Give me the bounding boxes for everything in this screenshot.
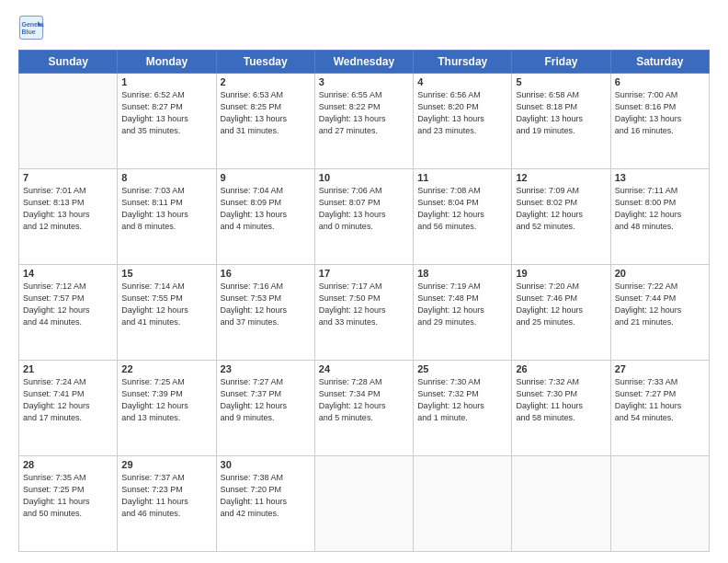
calendar-cell	[610, 456, 709, 552]
day-number: 2	[221, 76, 311, 87]
header: General Blue	[18, 15, 710, 40]
calendar-cell: 13Sunrise: 7:11 AM Sunset: 8:00 PM Dayli…	[610, 169, 709, 265]
day-number: 14	[23, 268, 113, 279]
day-number: 25	[417, 363, 507, 374]
day-number: 23	[221, 363, 311, 374]
day-number: 22	[121, 363, 211, 374]
day-info: Sunrise: 7:11 AM Sunset: 8:00 PM Dayligh…	[615, 185, 705, 233]
calendar-cell	[19, 74, 118, 169]
week-row-3: 14Sunrise: 7:12 AM Sunset: 7:57 PM Dayli…	[19, 265, 710, 361]
svg-rect-0	[19, 16, 42, 39]
calendar-cell: 10Sunrise: 7:06 AM Sunset: 8:07 PM Dayli…	[314, 169, 413, 265]
day-info: Sunrise: 7:35 AM Sunset: 7:25 PM Dayligh…	[23, 472, 113, 520]
calendar-cell: 24Sunrise: 7:28 AM Sunset: 7:34 PM Dayli…	[314, 361, 413, 456]
day-info: Sunrise: 6:53 AM Sunset: 8:25 PM Dayligh…	[221, 89, 311, 137]
day-info: Sunrise: 7:01 AM Sunset: 8:13 PM Dayligh…	[23, 185, 113, 233]
calendar-cell	[512, 456, 610, 552]
day-number: 17	[319, 268, 409, 279]
day-info: Sunrise: 7:28 AM Sunset: 7:34 PM Dayligh…	[319, 376, 409, 424]
day-number: 18	[417, 268, 507, 279]
weekday-header-row: SundayMondayTuesdayWednesdayThursdayFrid…	[19, 51, 710, 74]
weekday-header-monday: Monday	[118, 51, 216, 74]
calendar-cell: 17Sunrise: 7:17 AM Sunset: 7:50 PM Dayli…	[314, 265, 413, 361]
day-number: 16	[221, 268, 311, 279]
weekday-header-sunday: Sunday	[19, 51, 118, 74]
day-number: 26	[516, 363, 606, 374]
weekday-header-wednesday: Wednesday	[314, 51, 413, 74]
day-info: Sunrise: 7:32 AM Sunset: 7:30 PM Dayligh…	[516, 376, 606, 424]
calendar-cell: 2Sunrise: 6:53 AM Sunset: 8:25 PM Daylig…	[216, 74, 314, 169]
logo: General Blue	[18, 15, 44, 40]
day-number: 21	[23, 363, 113, 374]
page: General Blue SundayMondayTuesdayWednesda…	[0, 0, 728, 563]
calendar-cell: 25Sunrise: 7:30 AM Sunset: 7:32 PM Dayli…	[414, 361, 512, 456]
calendar-cell: 20Sunrise: 7:22 AM Sunset: 7:44 PM Dayli…	[610, 265, 709, 361]
day-number: 15	[121, 268, 211, 279]
day-info: Sunrise: 7:24 AM Sunset: 7:41 PM Dayligh…	[23, 376, 113, 424]
calendar-cell: 3Sunrise: 6:55 AM Sunset: 8:22 PM Daylig…	[314, 74, 413, 169]
calendar-cell	[414, 456, 512, 552]
day-number: 4	[417, 76, 507, 87]
day-info: Sunrise: 6:58 AM Sunset: 8:18 PM Dayligh…	[516, 89, 606, 137]
day-info: Sunrise: 7:30 AM Sunset: 7:32 PM Dayligh…	[417, 376, 507, 424]
day-number: 6	[615, 76, 705, 87]
day-number: 30	[221, 459, 311, 470]
calendar-cell: 16Sunrise: 7:16 AM Sunset: 7:53 PM Dayli…	[216, 265, 314, 361]
day-info: Sunrise: 7:19 AM Sunset: 7:48 PM Dayligh…	[417, 281, 507, 328]
calendar-cell: 5Sunrise: 6:58 AM Sunset: 8:18 PM Daylig…	[512, 74, 610, 169]
calendar-cell: 30Sunrise: 7:38 AM Sunset: 7:20 PM Dayli…	[216, 456, 314, 552]
calendar-cell: 22Sunrise: 7:25 AM Sunset: 7:39 PM Dayli…	[118, 361, 216, 456]
day-number: 19	[516, 268, 606, 279]
calendar-cell	[314, 456, 413, 552]
calendar-cell: 14Sunrise: 7:12 AM Sunset: 7:57 PM Dayli…	[19, 265, 118, 361]
day-number: 12	[516, 172, 606, 183]
day-info: Sunrise: 7:27 AM Sunset: 7:37 PM Dayligh…	[221, 376, 311, 424]
calendar-cell: 12Sunrise: 7:09 AM Sunset: 8:02 PM Dayli…	[512, 169, 610, 265]
day-number: 29	[121, 459, 211, 470]
day-number: 10	[319, 172, 409, 183]
day-info: Sunrise: 7:37 AM Sunset: 7:23 PM Dayligh…	[121, 472, 211, 520]
week-row-1: 1Sunrise: 6:52 AM Sunset: 8:27 PM Daylig…	[19, 74, 710, 169]
day-number: 9	[221, 172, 311, 183]
calendar-cell: 27Sunrise: 7:33 AM Sunset: 7:27 PM Dayli…	[610, 361, 709, 456]
day-number: 13	[615, 172, 705, 183]
day-number: 7	[23, 172, 113, 183]
calendar-cell: 8Sunrise: 7:03 AM Sunset: 8:11 PM Daylig…	[118, 169, 216, 265]
day-number: 11	[417, 172, 507, 183]
calendar-cell: 23Sunrise: 7:27 AM Sunset: 7:37 PM Dayli…	[216, 361, 314, 456]
day-number: 5	[516, 76, 606, 87]
calendar-cell: 11Sunrise: 7:08 AM Sunset: 8:04 PM Dayli…	[414, 169, 512, 265]
day-number: 8	[121, 172, 211, 183]
week-row-2: 7Sunrise: 7:01 AM Sunset: 8:13 PM Daylig…	[19, 169, 710, 265]
day-number: 3	[319, 76, 409, 87]
day-number: 24	[319, 363, 409, 374]
day-number: 1	[121, 76, 211, 87]
calendar-cell: 7Sunrise: 7:01 AM Sunset: 8:13 PM Daylig…	[19, 169, 118, 265]
day-info: Sunrise: 7:08 AM Sunset: 8:04 PM Dayligh…	[417, 185, 507, 233]
weekday-header-thursday: Thursday	[414, 51, 512, 74]
day-number: 28	[23, 459, 113, 470]
day-info: Sunrise: 7:06 AM Sunset: 8:07 PM Dayligh…	[319, 185, 409, 233]
calendar-cell: 15Sunrise: 7:14 AM Sunset: 7:55 PM Dayli…	[118, 265, 216, 361]
calendar-cell: 9Sunrise: 7:04 AM Sunset: 8:09 PM Daylig…	[216, 169, 314, 265]
calendar-cell: 1Sunrise: 6:52 AM Sunset: 8:27 PM Daylig…	[118, 74, 216, 169]
day-info: Sunrise: 7:17 AM Sunset: 7:50 PM Dayligh…	[319, 281, 409, 328]
calendar-cell: 29Sunrise: 7:37 AM Sunset: 7:23 PM Dayli…	[118, 456, 216, 552]
calendar-cell: 4Sunrise: 6:56 AM Sunset: 8:20 PM Daylig…	[414, 74, 512, 169]
day-info: Sunrise: 7:04 AM Sunset: 8:09 PM Dayligh…	[221, 185, 311, 233]
svg-text:Blue: Blue	[22, 29, 36, 35]
calendar-cell: 26Sunrise: 7:32 AM Sunset: 7:30 PM Dayli…	[512, 361, 610, 456]
day-info: Sunrise: 7:09 AM Sunset: 8:02 PM Dayligh…	[516, 185, 606, 233]
day-info: Sunrise: 7:03 AM Sunset: 8:11 PM Dayligh…	[121, 185, 211, 233]
day-info: Sunrise: 7:00 AM Sunset: 8:16 PM Dayligh…	[615, 89, 705, 137]
calendar-cell: 19Sunrise: 7:20 AM Sunset: 7:46 PM Dayli…	[512, 265, 610, 361]
day-number: 20	[615, 268, 705, 279]
calendar-cell: 21Sunrise: 7:24 AM Sunset: 7:41 PM Dayli…	[19, 361, 118, 456]
logo-icon: General Blue	[18, 15, 44, 40]
day-info: Sunrise: 7:14 AM Sunset: 7:55 PM Dayligh…	[121, 281, 211, 328]
weekday-header-saturday: Saturday	[610, 51, 709, 74]
day-info: Sunrise: 7:12 AM Sunset: 7:57 PM Dayligh…	[23, 281, 113, 328]
weekday-header-friday: Friday	[512, 51, 610, 74]
calendar-cell: 18Sunrise: 7:19 AM Sunset: 7:48 PM Dayli…	[414, 265, 512, 361]
day-info: Sunrise: 6:52 AM Sunset: 8:27 PM Dayligh…	[121, 89, 211, 137]
